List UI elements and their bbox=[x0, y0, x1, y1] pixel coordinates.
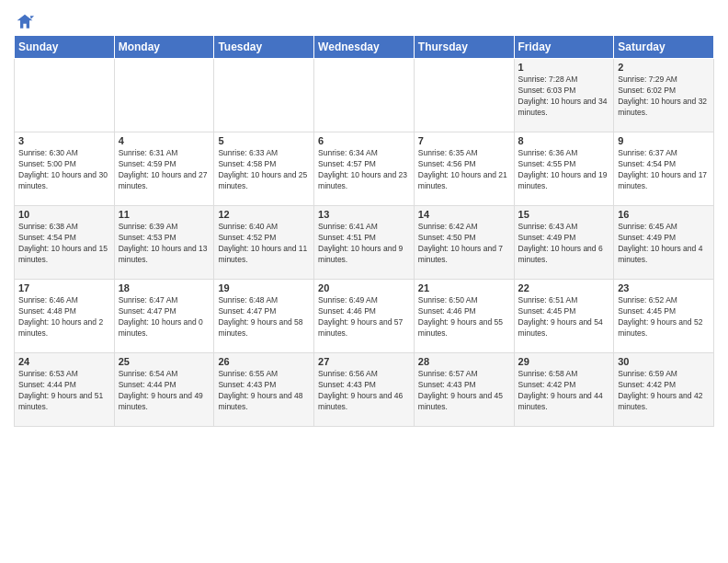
day-info: Sunrise: 6:47 AM Sunset: 4:47 PM Dayligh… bbox=[119, 295, 210, 339]
day-info: Sunrise: 6:41 AM Sunset: 4:51 PM Dayligh… bbox=[318, 222, 410, 266]
day-number: 21 bbox=[418, 282, 510, 293]
day-info: Sunrise: 6:31 AM Sunset: 4:59 PM Dayligh… bbox=[119, 148, 210, 192]
day-info: Sunrise: 6:37 AM Sunset: 4:54 PM Dayligh… bbox=[618, 148, 710, 192]
day-number: 19 bbox=[218, 282, 310, 293]
weekday-header-cell: Sunday bbox=[15, 36, 115, 59]
calendar-cell bbox=[314, 59, 415, 132]
calendar-week-row: 3Sunrise: 6:30 AM Sunset: 5:00 PM Daylig… bbox=[15, 132, 714, 206]
calendar-week-row: 24Sunrise: 6:53 AM Sunset: 4:44 PM Dayli… bbox=[15, 353, 714, 427]
weekday-header-row: SundayMondayTuesdayWednesdayThursdayFrid… bbox=[15, 36, 714, 59]
day-number: 29 bbox=[518, 356, 610, 367]
day-info: Sunrise: 6:42 AM Sunset: 4:50 PM Dayligh… bbox=[418, 222, 510, 266]
day-number: 1 bbox=[518, 62, 610, 73]
day-number: 28 bbox=[418, 356, 510, 367]
calendar-cell: 6Sunrise: 6:34 AM Sunset: 4:57 PM Daylig… bbox=[314, 132, 415, 206]
calendar-cell: 18Sunrise: 6:47 AM Sunset: 4:47 PM Dayli… bbox=[114, 280, 214, 353]
calendar-cell: 25Sunrise: 6:54 AM Sunset: 4:44 PM Dayli… bbox=[114, 353, 214, 427]
calendar-cell: 4Sunrise: 6:31 AM Sunset: 4:59 PM Daylig… bbox=[114, 132, 214, 206]
day-number: 10 bbox=[18, 209, 110, 220]
weekday-header-cell: Tuesday bbox=[214, 36, 314, 59]
day-info: Sunrise: 6:39 AM Sunset: 4:53 PM Dayligh… bbox=[119, 222, 210, 266]
day-info: Sunrise: 6:50 AM Sunset: 4:46 PM Dayligh… bbox=[418, 295, 510, 339]
calendar-container: SundayMondayTuesdayWednesdayThursdayFrid… bbox=[0, 0, 728, 431]
day-info: Sunrise: 7:29 AM Sunset: 6:02 PM Dayligh… bbox=[618, 75, 710, 119]
calendar-week-row: 17Sunrise: 6:46 AM Sunset: 4:48 PM Dayli… bbox=[15, 280, 714, 353]
calendar-cell: 23Sunrise: 6:52 AM Sunset: 4:45 PM Dayli… bbox=[614, 280, 714, 353]
day-number: 11 bbox=[119, 209, 210, 220]
day-number: 23 bbox=[618, 282, 710, 293]
calendar-body: 1Sunrise: 7:28 AM Sunset: 6:03 PM Daylig… bbox=[15, 59, 714, 427]
day-info: Sunrise: 6:36 AM Sunset: 4:55 PM Dayligh… bbox=[518, 148, 610, 192]
calendar-cell bbox=[114, 59, 214, 132]
calendar-table: SundayMondayTuesdayWednesdayThursdayFrid… bbox=[14, 35, 714, 427]
day-info: Sunrise: 6:46 AM Sunset: 4:48 PM Dayligh… bbox=[18, 295, 110, 339]
day-info: Sunrise: 6:30 AM Sunset: 5:00 PM Dayligh… bbox=[18, 148, 110, 192]
day-info: Sunrise: 6:57 AM Sunset: 4:43 PM Dayligh… bbox=[418, 369, 510, 413]
day-info: Sunrise: 6:48 AM Sunset: 4:47 PM Dayligh… bbox=[218, 295, 310, 339]
day-number: 27 bbox=[318, 356, 410, 367]
day-number: 4 bbox=[119, 135, 210, 146]
day-info: Sunrise: 6:54 AM Sunset: 4:44 PM Dayligh… bbox=[119, 369, 210, 413]
day-number: 7 bbox=[418, 135, 510, 146]
calendar-cell: 19Sunrise: 6:48 AM Sunset: 4:47 PM Dayli… bbox=[214, 280, 314, 353]
logo bbox=[14, 13, 34, 31]
calendar-cell: 30Sunrise: 6:59 AM Sunset: 4:42 PM Dayli… bbox=[614, 353, 714, 427]
calendar-cell: 29Sunrise: 6:58 AM Sunset: 4:42 PM Dayli… bbox=[514, 353, 614, 427]
calendar-cell: 20Sunrise: 6:49 AM Sunset: 4:46 PM Dayli… bbox=[314, 280, 415, 353]
day-info: Sunrise: 6:51 AM Sunset: 4:45 PM Dayligh… bbox=[518, 295, 610, 339]
logo-icon bbox=[16, 13, 34, 31]
day-info: Sunrise: 7:28 AM Sunset: 6:03 PM Dayligh… bbox=[518, 75, 610, 119]
weekday-header-cell: Friday bbox=[514, 36, 614, 59]
calendar-cell: 16Sunrise: 6:45 AM Sunset: 4:49 PM Dayli… bbox=[614, 206, 714, 280]
header bbox=[14, 9, 714, 31]
day-number: 13 bbox=[318, 209, 410, 220]
weekday-header-cell: Thursday bbox=[414, 36, 514, 59]
calendar-cell: 5Sunrise: 6:33 AM Sunset: 4:58 PM Daylig… bbox=[214, 132, 314, 206]
day-number: 15 bbox=[518, 209, 610, 220]
day-info: Sunrise: 6:55 AM Sunset: 4:43 PM Dayligh… bbox=[218, 369, 310, 413]
day-info: Sunrise: 6:38 AM Sunset: 4:54 PM Dayligh… bbox=[18, 222, 110, 266]
day-number: 17 bbox=[18, 282, 110, 293]
calendar-cell: 21Sunrise: 6:50 AM Sunset: 4:46 PM Dayli… bbox=[414, 280, 514, 353]
day-info: Sunrise: 6:33 AM Sunset: 4:58 PM Dayligh… bbox=[218, 148, 310, 192]
day-number: 18 bbox=[119, 282, 210, 293]
day-number: 5 bbox=[218, 135, 310, 146]
day-info: Sunrise: 6:59 AM Sunset: 4:42 PM Dayligh… bbox=[618, 369, 710, 413]
weekday-header-cell: Monday bbox=[114, 36, 214, 59]
day-number: 3 bbox=[18, 135, 110, 146]
calendar-cell: 8Sunrise: 6:36 AM Sunset: 4:55 PM Daylig… bbox=[514, 132, 614, 206]
day-info: Sunrise: 6:49 AM Sunset: 4:46 PM Dayligh… bbox=[318, 295, 410, 339]
day-number: 12 bbox=[218, 209, 310, 220]
day-info: Sunrise: 6:34 AM Sunset: 4:57 PM Dayligh… bbox=[318, 148, 410, 192]
calendar-cell: 17Sunrise: 6:46 AM Sunset: 4:48 PM Dayli… bbox=[15, 280, 115, 353]
day-info: Sunrise: 6:52 AM Sunset: 4:45 PM Dayligh… bbox=[618, 295, 710, 339]
calendar-cell bbox=[414, 59, 514, 132]
calendar-cell: 3Sunrise: 6:30 AM Sunset: 5:00 PM Daylig… bbox=[15, 132, 115, 206]
day-number: 25 bbox=[119, 356, 210, 367]
day-info: Sunrise: 6:40 AM Sunset: 4:52 PM Dayligh… bbox=[218, 222, 310, 266]
calendar-cell: 24Sunrise: 6:53 AM Sunset: 4:44 PM Dayli… bbox=[15, 353, 115, 427]
calendar-cell: 27Sunrise: 6:56 AM Sunset: 4:43 PM Dayli… bbox=[314, 353, 415, 427]
day-info: Sunrise: 6:43 AM Sunset: 4:49 PM Dayligh… bbox=[518, 222, 610, 266]
weekday-header-cell: Wednesday bbox=[314, 36, 415, 59]
calendar-cell: 14Sunrise: 6:42 AM Sunset: 4:50 PM Dayli… bbox=[414, 206, 514, 280]
calendar-cell: 1Sunrise: 7:28 AM Sunset: 6:03 PM Daylig… bbox=[514, 59, 614, 132]
day-number: 16 bbox=[618, 209, 710, 220]
calendar-cell: 9Sunrise: 6:37 AM Sunset: 4:54 PM Daylig… bbox=[614, 132, 714, 206]
day-info: Sunrise: 6:53 AM Sunset: 4:44 PM Dayligh… bbox=[18, 369, 110, 413]
calendar-cell bbox=[15, 59, 115, 132]
day-number: 26 bbox=[218, 356, 310, 367]
calendar-cell: 26Sunrise: 6:55 AM Sunset: 4:43 PM Dayli… bbox=[214, 353, 314, 427]
calendar-cell bbox=[214, 59, 314, 132]
calendar-week-row: 1Sunrise: 7:28 AM Sunset: 6:03 PM Daylig… bbox=[15, 59, 714, 132]
calendar-cell: 28Sunrise: 6:57 AM Sunset: 4:43 PM Dayli… bbox=[414, 353, 514, 427]
day-info: Sunrise: 6:56 AM Sunset: 4:43 PM Dayligh… bbox=[318, 369, 410, 413]
calendar-cell: 11Sunrise: 6:39 AM Sunset: 4:53 PM Dayli… bbox=[114, 206, 214, 280]
calendar-cell: 2Sunrise: 7:29 AM Sunset: 6:02 PM Daylig… bbox=[614, 59, 714, 132]
calendar-cell: 7Sunrise: 6:35 AM Sunset: 4:56 PM Daylig… bbox=[414, 132, 514, 206]
day-info: Sunrise: 6:58 AM Sunset: 4:42 PM Dayligh… bbox=[518, 369, 610, 413]
day-number: 6 bbox=[318, 135, 410, 146]
day-number: 24 bbox=[18, 356, 110, 367]
day-info: Sunrise: 6:35 AM Sunset: 4:56 PM Dayligh… bbox=[418, 148, 510, 192]
day-number: 30 bbox=[618, 356, 710, 367]
